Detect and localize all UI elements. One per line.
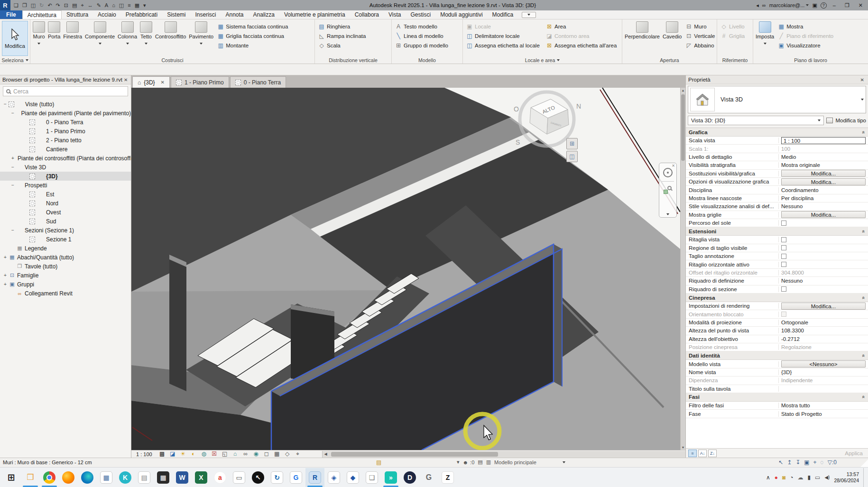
property-value[interactable]: Medio: [781, 154, 796, 160]
screen-recorder-icon[interactable]: ◙: [782, 474, 785, 481]
close-button[interactable]: ✕: [856, 2, 866, 9]
tree-item[interactable]: + ▣ Gruppi: [0, 280, 131, 289]
property-row[interactable]: Dipendenza Indipendente: [686, 377, 868, 385]
show-desktop-button[interactable]: [863, 468, 867, 487]
property-value[interactable]: 304.8000: [781, 270, 804, 276]
analytical-model-icon[interactable]: ⌖: [293, 450, 303, 458]
tree-item[interactable]: − Viste 3D: [0, 163, 131, 172]
collapse-chevron-icon[interactable]: [861, 296, 866, 299]
area-button[interactable]: ⊠ Area: [545, 22, 618, 31]
view-save-orientation-button[interactable]: ⊞: [566, 138, 578, 149]
sort-by-group-button[interactable]: ≡: [688, 450, 697, 457]
mullion-button[interactable]: ▥ Montante: [216, 41, 289, 50]
property-value[interactable]: 100: [781, 146, 790, 152]
type-selector[interactable]: Vista 3D: [688, 86, 866, 113]
property-value[interactable]: [781, 286, 786, 292]
tree-expander[interactable]: −: [9, 228, 16, 233]
property-value[interactable]: Mostra originale: [781, 162, 820, 168]
sun-path-icon[interactable]: ☀: [178, 450, 188, 458]
curtain-grid-button[interactable]: ▦ Griglia facciata continua: [216, 31, 289, 40]
app-store-cart-icon[interactable]: ▣: [812, 2, 817, 9]
room-separator-button[interactable]: ◫ Delimitatore locale: [465, 31, 543, 40]
capcut-icon[interactable]: Z: [438, 468, 457, 487]
property-row[interactable]: Scala 1: 100: [686, 145, 868, 153]
tree-item[interactable]: + ▦ Abachi/Quantità (tutto): [0, 253, 131, 262]
curtain-system-button[interactable]: ▦ Sistema facciata continua: [216, 22, 289, 31]
workset-caret-icon[interactable]: ▾: [457, 459, 460, 465]
close-document-icon[interactable]: ▤: [71, 0, 78, 10]
opening-by-face-button[interactable]: Perpendicolare: [623, 20, 661, 43]
tree-item[interactable]: 0 - Piano Terra: [0, 118, 131, 127]
worksets-dialog-icon[interactable]: ▤: [478, 459, 482, 465]
wall-opening-button[interactable]: ⊟ Muro: [684, 22, 716, 31]
new-file-icon[interactable]: ❏: [12, 0, 20, 10]
view-tab-piano-terra[interactable]: 0 - Piano Terra: [230, 76, 286, 88]
property-value[interactable]: [781, 237, 786, 242]
property-value[interactable]: [781, 254, 786, 259]
reveal-constraints-icon[interactable]: ⌂: [230, 450, 240, 458]
compass-west-label[interactable]: O: [514, 105, 519, 113]
restore-button[interactable]: ❐: [842, 2, 852, 9]
select-pinned-icon[interactable]: ↧: [795, 459, 800, 466]
property-value[interactable]: Modifica...: [781, 303, 866, 310]
taskbar-clock[interactable]: 13:57 28/06/2024: [834, 471, 859, 483]
view-tab-piano-primo[interactable]: 1 - Piano Primo: [171, 76, 229, 88]
shadows-icon[interactable]: ◐: [188, 450, 199, 458]
page-app-icon[interactable]: ❏: [362, 468, 381, 487]
display-app-icon[interactable]: ▭: [230, 468, 249, 487]
railing-button[interactable]: ▤ Ringhiera: [317, 22, 367, 31]
tree-item[interactable]: − Prospetti: [0, 181, 131, 190]
account-menu[interactable]: marcokiare@...: [769, 2, 809, 8]
navbar-caret-icon[interactable]: [666, 213, 669, 215]
tree-expander[interactable]: +: [2, 255, 9, 260]
property-section-header[interactable]: Dati identità: [686, 351, 868, 360]
property-value[interactable]: Modifica...: [781, 178, 866, 185]
g-app-icon[interactable]: G: [286, 468, 305, 487]
tab-gestisci[interactable]: Gestisci: [406, 10, 435, 19]
print-icon[interactable]: ⊡: [63, 0, 70, 10]
thin-lines-icon[interactable]: ≡: [126, 0, 132, 10]
start-button[interactable]: ⊞: [2, 468, 21, 487]
tree-expander[interactable]: −: [9, 110, 16, 116]
scroll-down-icon[interactable]: ▼: [681, 445, 685, 450]
tree-item[interactable]: − Sezioni (Sezione 1): [0, 226, 131, 235]
save-icon[interactable]: ◫: [29, 0, 37, 10]
tray-app-icon[interactable]: ◔: [790, 474, 793, 481]
element-selector[interactable]: Vista 3D: {3D}: [688, 116, 824, 125]
property-value[interactable]: Nessuno: [781, 203, 803, 209]
stair-button[interactable]: ◇ Scala: [317, 41, 367, 50]
wall-button[interactable]: Muro: [31, 20, 46, 43]
dormer-opening-button[interactable]: ◸ Abbaino: [684, 41, 716, 50]
tree-expander[interactable]: +: [2, 273, 9, 278]
undo-icon[interactable]: ↶: [46, 0, 53, 10]
volume-icon[interactable]: ◀): [824, 475, 830, 480]
help-icon[interactable]: ?: [821, 2, 827, 9]
customize-qat-icon[interactable]: ▾: [142, 0, 148, 10]
sync-app-icon[interactable]: ↻: [268, 468, 286, 487]
view-tab-3d[interactable]: ⌂ {3D} ✕: [132, 76, 170, 88]
room-button[interactable]: ▣ Locale: [465, 22, 543, 31]
property-row[interactable]: Altezza del punto di vista 108.3300: [686, 327, 868, 335]
model-group-button[interactable]: ⊞ Gruppo di modello: [394, 41, 450, 50]
tab-collabora[interactable]: Collabora: [350, 10, 384, 19]
property-row[interactable]: Opzioni di visualizzazione grafica Modif…: [686, 178, 868, 186]
asana-icon[interactable]: a: [211, 468, 230, 487]
zoomit-icon[interactable]: ↖: [249, 468, 268, 487]
property-row[interactable]: Altezza dell'obiettivo -0.2712: [686, 335, 868, 343]
text-icon[interactable]: A: [103, 0, 110, 10]
tree-item[interactable]: Cantiere: [0, 145, 131, 154]
drag-on-selection-icon[interactable]: +: [813, 459, 817, 466]
property-row[interactable]: Modello vista <Nessuno>: [686, 360, 868, 368]
tray-expand-icon[interactable]: ∧: [766, 474, 770, 481]
collapse-chevron-icon[interactable]: [861, 130, 866, 133]
project-browser-header[interactable]: Browser di progetto - Villa lunga_fine l…: [0, 75, 131, 84]
vertical-scrollbar[interactable]: ▲ ▼: [680, 88, 685, 450]
active-workset-dropdown[interactable]: Modello principale: [494, 459, 565, 465]
excel-icon[interactable]: X: [192, 468, 211, 487]
property-row[interactable]: Filtro delle fasi Mostra tutto: [686, 402, 868, 410]
roof-button[interactable]: Tetto: [139, 20, 154, 43]
tree-item[interactable]: − Piante dei pavimenti (Piante del pavim…: [0, 109, 131, 118]
property-value[interactable]: Stato di Progetto: [781, 411, 822, 417]
design-options-icon[interactable]: ▥: [486, 459, 491, 465]
property-row[interactable]: Stile visualizzazione analisi di def... …: [686, 202, 868, 211]
